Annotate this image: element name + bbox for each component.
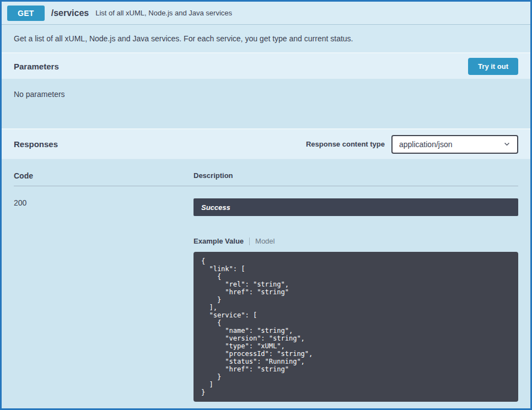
no-parameters-message: No parameters (14, 90, 65, 99)
description-column-header: Description (194, 171, 518, 180)
content-type-select[interactable]: application/json (391, 135, 518, 154)
content-type-selected-value: application/json (399, 140, 453, 149)
operation-header[interactable]: GET /services List of all xUML, Node.js … (2, 2, 530, 25)
responses-header: Responses Response content type applicat… (2, 130, 530, 159)
operation-description-text: Get a list of all xUML, Node.js and Java… (14, 34, 353, 43)
method-badge: GET (7, 6, 45, 21)
operation-description-section: Get a list of all xUML, Node.js and Java… (2, 25, 530, 53)
swagger-operation-panel: GET /services List of all xUML, Node.js … (0, 0, 532, 410)
response-description-banner: Success (194, 198, 518, 216)
responses-table-header: Code Description (14, 171, 518, 186)
response-code: 200 (14, 198, 194, 402)
response-content-type-group: Response content type application/json (306, 135, 518, 154)
endpoint-summary: List of all xUML, Node.js and Java servi… (95, 9, 232, 17)
responses-title: Responses (14, 139, 58, 149)
responses-body: Code Description 200 Success Example Val… (2, 159, 530, 410)
response-row: 200 Success Example Value Model { "link"… (14, 198, 518, 402)
tab-model[interactable]: Model (255, 237, 275, 245)
endpoint-path: /services (51, 8, 89, 18)
example-value-json: { "link": [ { "rel": "string", "href": "… (194, 252, 518, 402)
parameters-title: Parameters (14, 62, 59, 71)
tab-example-value[interactable]: Example Value (194, 237, 244, 245)
code-column-header: Code (14, 171, 194, 180)
response-description-cell: Success Example Value Model { "link": [ … (194, 198, 518, 402)
try-it-out-button[interactable]: Try it out (468, 58, 518, 75)
chevron-down-icon (503, 141, 510, 148)
parameters-header: Parameters Try it out (2, 53, 530, 79)
example-model-tabs: Example Value Model (194, 237, 518, 245)
response-content-type-label: Response content type (306, 140, 385, 148)
tab-separator (249, 238, 250, 245)
parameters-body: No parameters (2, 79, 530, 130)
